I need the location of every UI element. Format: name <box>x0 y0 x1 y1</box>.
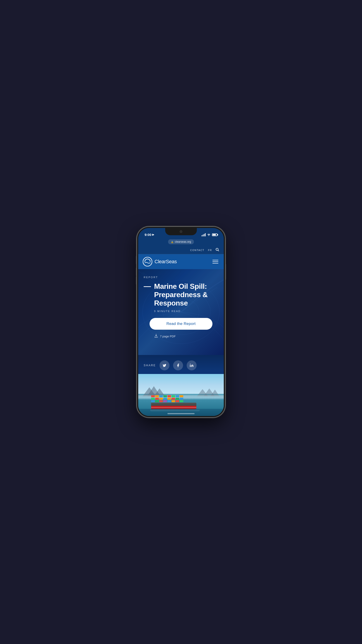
download-icon <box>154 334 158 339</box>
contact-link[interactable]: CONTACT <box>190 249 204 252</box>
linkedin-share-button[interactable] <box>187 360 197 370</box>
wifi-icon <box>207 233 211 236</box>
ship-image <box>138 374 224 416</box>
report-category-label: REPORT <box>144 276 218 278</box>
hamburger-line-3 <box>213 263 218 264</box>
home-indicator[interactable] <box>167 413 195 414</box>
hero-content: REPORT Marine Oil Spill: Preparedness & … <box>144 276 218 339</box>
url-bar[interactable]: 🔒 clearseas.org <box>138 238 224 246</box>
read-report-button[interactable]: Read the Report <box>149 318 212 330</box>
share-label: SHARE <box>144 364 156 367</box>
pdf-download-link[interactable]: 7 page PDF <box>154 334 218 339</box>
battery-icon <box>212 234 218 236</box>
hamburger-line-2 <box>213 262 218 262</box>
hero-section: .swirl-line { fill: none; stroke: rgba(1… <box>138 269 224 355</box>
top-navigation: CONTACT FR <box>138 246 224 254</box>
phone-screen: 9:00 ▶ <box>138 228 224 416</box>
hero-title-row: Marine Oil Spill: Preparedness & Respons… <box>144 282 218 307</box>
search-icon[interactable] <box>216 248 219 252</box>
hero-title: Marine Oil Spill: Preparedness & Respons… <box>154 282 218 307</box>
signal-icon <box>202 233 206 236</box>
hamburger-menu-button[interactable] <box>212 259 219 264</box>
status-icons <box>202 233 218 236</box>
ship-image-section <box>138 370 224 416</box>
fr-language-link[interactable]: FR <box>208 249 212 252</box>
twitter-share-button[interactable] <box>159 360 169 370</box>
hamburger-line-1 <box>213 260 218 260</box>
status-time: 9:00 ▶ <box>144 233 154 236</box>
logo[interactable]: ClearSeas <box>143 257 177 266</box>
pdf-label-text: 7 page PDF <box>160 335 175 338</box>
read-time-label: 9 MINUTE READ <box>154 310 218 312</box>
url-text: clearseas.org <box>175 240 191 243</box>
logo-text: ClearSeas <box>154 259 177 264</box>
lock-icon: 🔒 <box>171 241 173 243</box>
front-camera <box>180 230 182 233</box>
phone-notch <box>165 228 197 235</box>
svg-line-1 <box>218 250 219 251</box>
svg-point-2 <box>143 257 152 266</box>
main-navigation: ClearSeas <box>138 254 224 269</box>
share-section: SHARE <box>138 355 224 370</box>
phone-frame: 9:00 ▶ <box>137 227 225 417</box>
location-arrow-icon: ▶ <box>152 233 154 236</box>
clearseas-logo-icon <box>143 257 152 266</box>
water-reflection <box>138 409 224 416</box>
phone-mockup: 9:00 ▶ <box>133 225 229 419</box>
title-decorative-dash <box>144 286 151 287</box>
facebook-share-button[interactable] <box>173 360 183 370</box>
svg-point-6 <box>190 364 191 364</box>
